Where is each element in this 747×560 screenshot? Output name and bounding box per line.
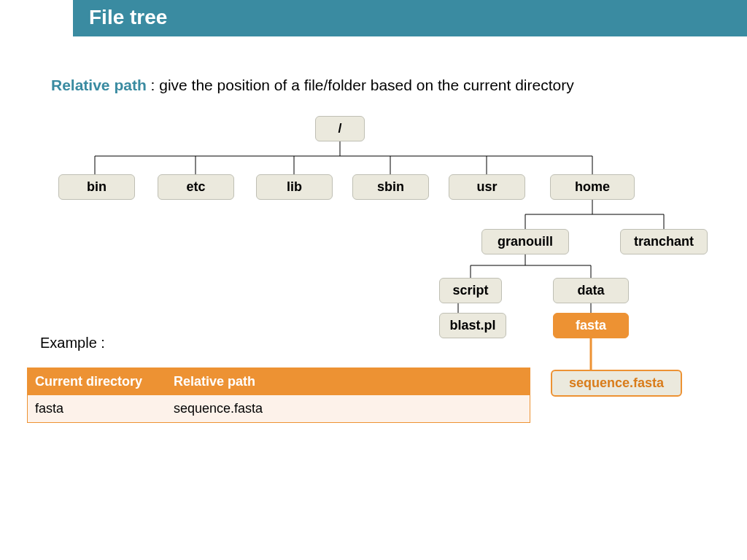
node-home: home <box>550 174 635 200</box>
title-text: File tree <box>89 6 167 28</box>
desc-text: : give the position of a file/folder bas… <box>147 77 574 93</box>
desc-term: Relative path <box>51 77 147 93</box>
node-sbin: sbin <box>352 174 429 200</box>
node-label: granouill <box>498 234 553 249</box>
node-label: fasta <box>576 318 606 332</box>
node-etc: etc <box>158 174 234 200</box>
node-label: usr <box>476 179 497 194</box>
node-label: blast.pl <box>449 318 495 332</box>
node-label: tranchant <box>634 234 694 249</box>
description: Relative path : give the position of a f… <box>51 77 747 94</box>
node-label: data <box>577 283 604 298</box>
example-table: Current directory Relative path fasta se… <box>27 368 530 423</box>
node-label: bin <box>87 179 107 194</box>
example-label: Example : <box>40 335 105 351</box>
node-label: / <box>338 121 341 136</box>
node-script: script <box>439 278 502 303</box>
node-label: lib <box>287 179 302 194</box>
node-tranchant: tranchant <box>620 229 708 254</box>
node-label: sequence.fasta <box>569 376 664 390</box>
node-label: etc <box>186 179 205 194</box>
node-label: script <box>452 283 488 298</box>
node-root: / <box>315 116 365 141</box>
tree-diagram: / bin etc lib sbin usr home granouill tr… <box>0 94 747 400</box>
node-granouill: granouill <box>481 229 569 254</box>
table-row: fasta sequence.fasta <box>28 395 530 423</box>
node-usr: usr <box>449 174 525 200</box>
node-fasta: fasta <box>553 313 629 338</box>
th-relative-path: Relative path <box>166 368 530 396</box>
node-label: sbin <box>377 179 404 194</box>
node-data: data <box>553 278 629 303</box>
td-relative-path: sequence.fasta <box>166 395 530 423</box>
th-current-dir: Current directory <box>28 368 167 396</box>
node-sequencefasta: sequence.fasta <box>551 370 682 397</box>
node-label: home <box>575 179 610 194</box>
page-title: File tree <box>73 0 747 36</box>
table-header-row: Current directory Relative path <box>28 368 530 396</box>
td-current-dir: fasta <box>28 395 167 423</box>
node-bin: bin <box>58 174 135 200</box>
node-lib: lib <box>256 174 333 200</box>
node-blastpl: blast.pl <box>439 313 506 338</box>
